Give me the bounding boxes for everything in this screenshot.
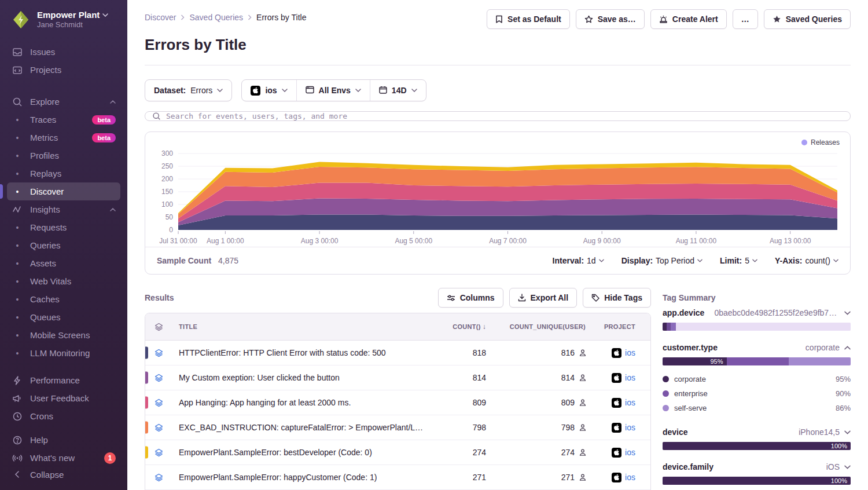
project-link[interactable]: ios (625, 398, 635, 407)
chevron-down-icon (844, 465, 851, 469)
sidebar-item-discover[interactable]: • Discover (7, 182, 120, 200)
svg-text:300: 300 (161, 149, 173, 158)
environment-filter[interactable]: All Envs (296, 80, 370, 101)
insights-icon (12, 204, 23, 215)
sidebar-item-label: Help (30, 435, 48, 445)
set-as-default-button[interactable]: Set as Default (487, 9, 570, 29)
count-value: 809 (425, 398, 488, 407)
sidebar-item-profiles[interactable]: • Profiles (7, 147, 120, 164)
sidebar-item-assets[interactable]: •Assets (7, 254, 120, 272)
sidebar-item-web-vitals[interactable]: •Web Vitals (7, 272, 120, 290)
sidebar-item-performance[interactable]: Performance (7, 371, 120, 389)
chevron-down-icon (355, 89, 361, 92)
sidebar-item-projects[interactable]: Projects (7, 61, 120, 79)
column-header-project[interactable]: PROJECT (587, 323, 650, 330)
bullet-icon: • (12, 295, 23, 304)
project-link[interactable]: ios (625, 348, 635, 357)
columns-button[interactable]: Columns (438, 288, 503, 308)
chevron-down-icon (411, 89, 417, 92)
date-range-value: 14D (392, 86, 407, 95)
save-as-button[interactable]: Save as… (576, 9, 645, 29)
display-selector[interactable]: Display: Top Period (621, 256, 703, 265)
sidebar-item-metrics[interactable]: • Metrics beta (7, 129, 120, 147)
stacked-area-chart[interactable]: 050100150200250300Jul 31 00:00Aug 1 00:0… (145, 136, 850, 247)
sidebar-item-label: Traces (30, 115, 56, 125)
svg-text:0: 0 (169, 226, 173, 234)
sidebar-item-replays[interactable]: • Replays (7, 164, 120, 182)
sidebar-item-queues[interactable]: •Queues (7, 308, 120, 326)
breadcrumb-current: Errors by Title (256, 13, 306, 22)
tag-section-header[interactable]: customer.type corporate (663, 343, 851, 352)
bookmark-icon (495, 15, 503, 24)
bullet-icon: • (12, 313, 23, 322)
layers-icon[interactable] (155, 374, 170, 382)
column-header-count-unique[interactable]: COUNT_UNIQUE(USER) (488, 323, 587, 330)
limit-selector[interactable]: Limit: 5 (720, 256, 757, 265)
more-options-button[interactable]: … (733, 9, 758, 29)
sidebar-item-label: Metrics (30, 133, 58, 142)
main-area: Discover Saved Queries Errors by Title S… (127, 0, 868, 490)
chevron-up-icon (110, 100, 116, 104)
sidebar-collapse-button[interactable]: Collapse (7, 467, 120, 482)
column-header-title[interactable]: TITLE (170, 323, 425, 330)
count-unique-cell: 814 (488, 373, 587, 382)
column-header-count[interactable]: COUNT()↓ (425, 323, 488, 331)
sidebar-item-traces[interactable]: • Traces beta (7, 111, 120, 129)
search-input[interactable] (166, 112, 843, 120)
series-color-chip (145, 372, 148, 384)
sidebar-nav: Issues Projects Explore • Traces beta • … (7, 43, 120, 467)
sidebar-item-user-feedback[interactable]: User Feedback (7, 389, 120, 407)
beta-badge: beta (92, 115, 116, 125)
sidebar-item-issues[interactable]: Issues (7, 43, 120, 61)
project-link[interactable]: ios (625, 473, 635, 482)
tag-summary-title: Tag Summary (663, 287, 851, 308)
sidebar-item-caches[interactable]: •Caches (7, 290, 120, 308)
create-alert-button[interactable]: Create Alert (650, 9, 727, 29)
sidebar-item-requests[interactable]: •Requests (7, 218, 120, 236)
project-cell: ios (587, 423, 650, 433)
sidebar-item-label: Crons (30, 411, 53, 421)
sidebar-item-crons[interactable]: Crons (7, 407, 120, 425)
project-link[interactable]: ios (625, 448, 635, 457)
sidebar-item-queries[interactable]: •Queries (7, 236, 120, 254)
tag-section-header[interactable]: device iPhone14,5 (663, 427, 851, 437)
layers-icon[interactable] (155, 423, 170, 432)
date-range-filter[interactable]: 14D (370, 80, 426, 101)
org-switcher[interactable]: Empower Plant Jane Schmidt (7, 9, 120, 30)
yaxis-selector[interactable]: Y-Axis: count() (775, 256, 838, 265)
export-all-button[interactable]: Export All (509, 288, 578, 308)
layers-icon[interactable] (155, 473, 170, 482)
sidebar-section-explore[interactable]: Explore (7, 93, 120, 111)
chart-legend[interactable]: Releases (801, 138, 840, 147)
sidebar-section-insights[interactable]: Insights (7, 200, 120, 218)
saved-queries-button[interactable]: Saved Queries (764, 9, 851, 29)
sample-count-value: 4,875 (218, 256, 238, 265)
table-row: EmpowerPlant.SampleError: bestDeveloper … (145, 440, 650, 465)
sidebar-item-mobile-screens[interactable]: •Mobile Screens (7, 326, 120, 344)
tag-section-header[interactable]: app.device 0baebc0de4982f1255f2e9e9fb7… (663, 308, 851, 317)
project-link[interactable]: ios (625, 423, 635, 432)
sidebar-item-whats-new[interactable]: What's new 1 (7, 449, 120, 467)
project-cell: ios (587, 448, 650, 458)
org-user: Jane Schmidt (37, 20, 108, 30)
hide-tags-button[interactable]: Hide Tags (583, 288, 651, 308)
sidebar: Empower Plant Jane Schmidt Issues Projec… (0, 0, 127, 490)
dataset-selector[interactable]: Dataset: Errors (145, 79, 232, 101)
apple-icon (612, 448, 621, 458)
table-row: App Hanging: App hanging for at least 20… (145, 390, 650, 415)
project-filter[interactable]: ios (242, 80, 296, 101)
sidebar-item-llm-monitoring[interactable]: •LLM Monitoring (7, 344, 120, 362)
tag-section-header[interactable]: device.family iOS (663, 462, 851, 471)
page-title: Errors by Title (145, 36, 851, 54)
chevron-down-icon (282, 89, 288, 92)
apple-icon (612, 398, 621, 408)
layers-icon[interactable] (155, 398, 170, 407)
interval-selector[interactable]: Interval: 1d (553, 256, 604, 265)
sidebar-item-help[interactable]: Help (7, 431, 120, 449)
project-link[interactable]: ios (625, 373, 635, 382)
layers-icon[interactable] (155, 448, 170, 457)
breadcrumb-discover[interactable]: Discover (145, 13, 176, 22)
breadcrumb-saved-queries[interactable]: Saved Queries (189, 13, 243, 22)
chevron-down-icon (599, 259, 604, 262)
layers-icon[interactable] (155, 349, 170, 357)
